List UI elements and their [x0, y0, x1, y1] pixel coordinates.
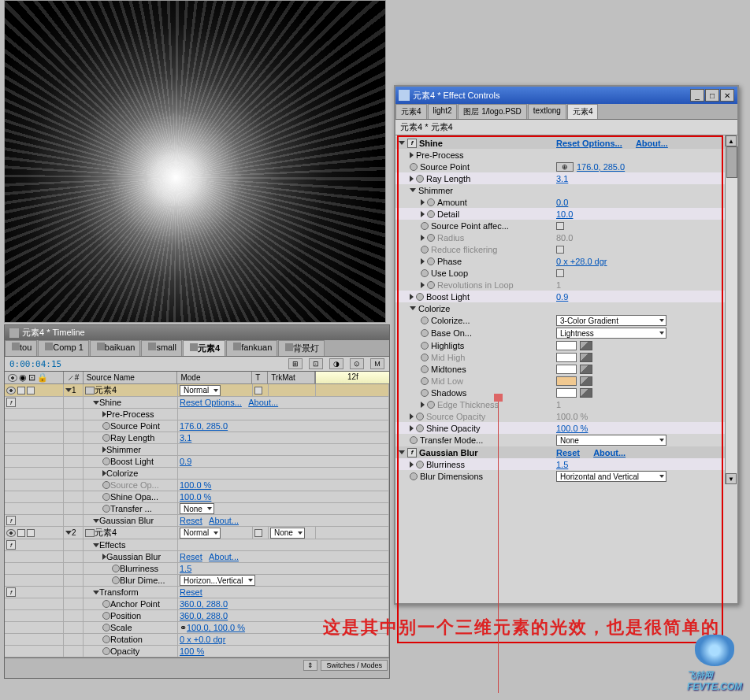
prop-value[interactable]: 100.0 % — [556, 424, 588, 433]
prop-value[interactable]: 1.5 — [556, 460, 568, 469]
table-row[interactable]: Colorize — [5, 468, 389, 480]
tc-btn-2[interactable]: ⊡ — [309, 358, 323, 369]
table-row[interactable]: f Effects — [5, 539, 389, 551]
table-row[interactable]: Ray Length 3.1 — [5, 432, 389, 444]
prop-value[interactable]: 176.0, 285.0 — [180, 421, 228, 431]
stopwatch-icon[interactable] — [410, 472, 418, 480]
table-row[interactable]: Opacity 100 % — [5, 646, 389, 657]
ec-tab[interactable]: textlong — [528, 104, 566, 119]
timeline-tab[interactable]: baikuan — [90, 340, 141, 356]
prop-dropdown[interactable]: None — [180, 503, 214, 514]
about-link[interactable]: About... — [636, 139, 668, 148]
checkbox[interactable] — [556, 246, 564, 254]
property-row[interactable]: Source Opacity 100.0 % — [395, 410, 737, 422]
stopwatch-icon[interactable] — [416, 413, 424, 420]
eyedropper-icon[interactable] — [580, 365, 592, 374]
expand-icon[interactable] — [410, 176, 414, 182]
prop-value[interactable]: 0.9 — [556, 292, 568, 302]
expand-icon[interactable] — [93, 519, 99, 523]
prop-value[interactable]: 3.1 — [556, 174, 568, 183]
prop-value[interactable]: 360.0, 288.0 — [180, 599, 228, 609]
ec-tab[interactable]: 图层 1/logo.PSD — [458, 104, 526, 119]
prop-dropdown[interactable]: 3-Color Gradient — [556, 315, 666, 326]
table-row[interactable]: f Shine Reset Options... About... — [5, 397, 389, 409]
eye-icon[interactable] — [6, 529, 16, 537]
ec-titlebar[interactable]: 元素4 * Effect Controls _ □ ✕ — [395, 87, 737, 104]
table-row[interactable]: Anchor Point 360.0, 288.0 — [5, 598, 389, 610]
prop-dropdown[interactable]: Horizontal and Vertical — [556, 471, 666, 482]
timeline-tab[interactable]: Comp 1 — [38, 340, 89, 356]
stopwatch-icon[interactable] — [421, 354, 429, 361]
color-swatch[interactable] — [556, 376, 577, 386]
stopwatch-icon[interactable] — [421, 389, 429, 397]
stopwatch-icon[interactable] — [102, 635, 110, 643]
stopwatch-icon[interactable] — [410, 436, 418, 444]
stopwatch-icon[interactable] — [102, 481, 110, 489]
expand-icon[interactable] — [65, 388, 72, 392]
table-row[interactable]: Source Point 176.0, 285.0 — [5, 420, 389, 432]
table-row[interactable]: 1 元素4 Normal — [5, 384, 389, 397]
tc-btn-4[interactable]: ⊙ — [350, 358, 364, 369]
fx-icon[interactable]: f — [6, 587, 16, 597]
hdr-switches[interactable]: ◉ ⊡ 🔒 — [5, 372, 64, 383]
mode-dropdown[interactable]: Normal — [180, 528, 221, 539]
timeline-tab[interactable]: tou — [5, 340, 37, 356]
ec-tab[interactable]: light2 — [428, 104, 458, 119]
stopwatch-icon[interactable] — [416, 461, 424, 469]
checkbox[interactable] — [556, 222, 564, 230]
expand-icon[interactable] — [410, 461, 414, 468]
close-button[interactable]: ✕ — [720, 89, 734, 102]
prop-value[interactable]: 3.1 — [180, 433, 191, 443]
reset-link[interactable]: Reset — [180, 552, 202, 561]
stopwatch-icon[interactable] — [102, 647, 110, 655]
stopwatch-icon[interactable] — [112, 565, 120, 572]
table-row[interactable]: f Transform Reset — [5, 587, 389, 598]
mode-dropdown[interactable]: Normal — [180, 385, 221, 396]
expand-icon[interactable] — [410, 413, 414, 420]
stopwatch-icon[interactable] — [416, 175, 424, 183]
hdr-num[interactable]: ⟋# — [64, 372, 84, 383]
expand-icon[interactable] — [410, 294, 414, 300]
property-row[interactable]: Reduce flickering — [395, 243, 737, 255]
stopwatch-icon[interactable] — [102, 457, 110, 465]
property-row[interactable]: Blur Dimensions Horizontal and Vertical — [395, 470, 737, 483]
expand-icon[interactable] — [399, 141, 405, 145]
property-row[interactable]: Radius 80.0 — [395, 231, 737, 243]
prop-value[interactable]: 176.0, 285.0 — [577, 162, 625, 172]
property-row[interactable]: Shadows — [395, 387, 737, 398]
property-row[interactable]: Midtones — [395, 363, 737, 375]
table-row[interactable]: Source Op... 100.0 % — [5, 480, 389, 491]
property-row[interactable]: Colorize — [395, 302, 737, 314]
prop-value[interactable]: 360.0, 288.0 — [180, 611, 228, 620]
eyedropper-icon[interactable] — [580, 388, 592, 398]
property-row[interactable]: Colorize... 3-Color Gradient — [395, 314, 737, 327]
stopwatch-icon[interactable] — [410, 163, 418, 171]
property-row[interactable]: Mid Low — [395, 375, 737, 387]
stopwatch-icon[interactable] — [427, 257, 435, 265]
reset-link[interactable]: Reset — [556, 448, 580, 457]
about-link[interactable]: About... — [209, 552, 239, 561]
stopwatch-icon[interactable] — [102, 600, 110, 608]
property-row[interactable]: Amount 0.0 — [395, 196, 737, 208]
table-row[interactable]: f Gaussian Blur Reset About... — [5, 515, 389, 527]
prop-value[interactable]: 100.0 % — [556, 412, 588, 421]
property-row[interactable]: Revolutions in Loop 1 — [395, 279, 737, 291]
reset-link[interactable]: Reset — [180, 587, 202, 597]
table-row[interactable]: Blur Dime... Horizon...Vertical — [5, 575, 389, 587]
stopwatch-icon[interactable] — [421, 329, 429, 337]
prop-value[interactable]: 1 — [556, 400, 561, 409]
table-row[interactable]: Transfer ... None — [5, 503, 389, 515]
stopwatch-icon[interactable] — [102, 434, 110, 442]
tc-btn-m[interactable]: M — [370, 358, 384, 369]
reset-link[interactable]: Reset Options... — [180, 398, 242, 407]
solo-box[interactable] — [17, 387, 25, 394]
timeline-tab[interactable]: small — [141, 340, 182, 356]
about-link[interactable]: About... — [248, 398, 278, 407]
stopwatch-icon[interactable] — [102, 505, 110, 513]
stopwatch-icon[interactable] — [427, 198, 435, 206]
table-row[interactable]: Shine Opa... 100.0 % — [5, 491, 389, 503]
table-row[interactable]: Pre-Process — [5, 409, 389, 420]
fx-icon[interactable]: f — [6, 540, 16, 550]
prop-value[interactable]: 100.0 % — [180, 480, 211, 490]
time-ruler[interactable]: 12f — [316, 372, 389, 383]
